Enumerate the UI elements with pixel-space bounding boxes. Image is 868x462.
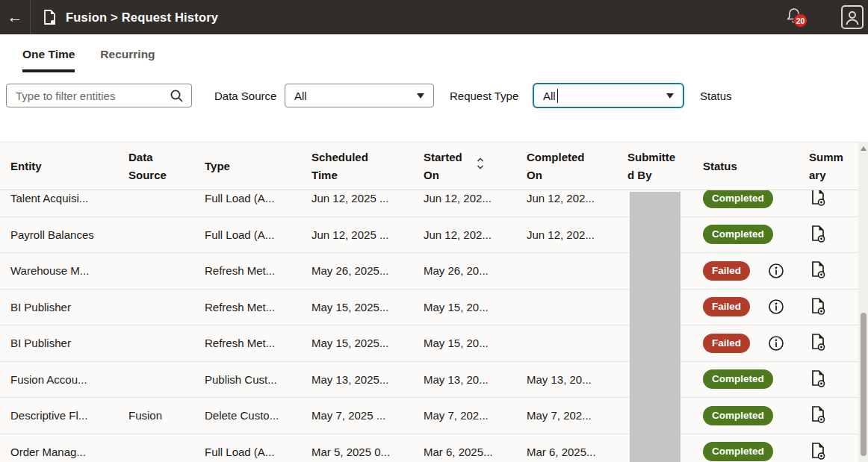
- cell-started-on: May 15, 20...: [424, 337, 527, 349]
- search-icon[interactable]: [170, 89, 184, 103]
- summary-icon[interactable]: [810, 405, 826, 423]
- appbar-divider: [30, 0, 31, 34]
- chevron-down-icon: [666, 93, 674, 99]
- table-row[interactable]: Payroll BalancesFull Load (A...Jun 12, 2…: [0, 217, 868, 254]
- cell-scheduled-time: May 13, 2025...: [311, 373, 424, 386]
- table-row[interactable]: BI PublisherRefresh Met...May 15, 2025..…: [0, 290, 868, 326]
- scrollbar-thumb[interactable]: [861, 313, 867, 456]
- cell-entity: BI Publisher: [10, 301, 128, 313]
- submitted-by-redaction-block: [630, 192, 681, 462]
- cell-type: Delete Custo...: [205, 409, 311, 422]
- cell-scheduled-time: Jun 12, 2025 ...: [311, 228, 424, 241]
- request-type-label: Request Type: [450, 90, 518, 102]
- cell-entity: Order Manag...: [10, 446, 128, 458]
- cell-started-on: Mar 6, 2025...: [424, 446, 527, 458]
- info-icon[interactable]: [768, 263, 784, 279]
- notifications-bell-icon[interactable]: 20: [786, 7, 802, 28]
- status-badge: Completed: [703, 225, 773, 244]
- status-label: Status: [700, 90, 732, 102]
- data-source-value: All: [285, 90, 307, 102]
- cell-status: Completed: [703, 225, 809, 244]
- summary-icon[interactable]: [810, 297, 826, 315]
- cell-type: Refresh Met...: [205, 337, 311, 349]
- cell-type: Full Load (A...: [205, 228, 311, 241]
- summary-icon[interactable]: [810, 333, 826, 351]
- status-badge: Failed: [703, 297, 750, 316]
- data-source-dropdown[interactable]: All: [285, 84, 434, 107]
- table-body-rows: Talent Acquisi...Full Load (A...Jun 12, …: [0, 190, 868, 462]
- status-badge: Completed: [703, 406, 773, 425]
- entity-filter-input[interactable]: [6, 84, 192, 107]
- table-row[interactable]: Talent Acquisi...Full Load (A...Jun 12, …: [0, 190, 868, 217]
- summary-icon[interactable]: [810, 260, 826, 278]
- text-cursor: [557, 89, 559, 103]
- status-badge: Completed: [703, 442, 773, 461]
- column-header-scheduled-time[interactable]: Scheduled Time: [311, 149, 424, 184]
- column-header-completed-on[interactable]: Completed On: [527, 149, 627, 184]
- cell-type: Full Load (A...: [205, 446, 311, 458]
- cell-scheduled-time: May 7, 2025 ...: [311, 409, 424, 422]
- cell-entity: Fusion Accou...: [10, 373, 128, 386]
- table-row[interactable]: Descriptive Fl...FusionDelete Custo...Ma…: [0, 398, 868, 434]
- cell-status: Completed: [703, 406, 809, 425]
- status-badge: Failed: [703, 261, 750, 281]
- cell-scheduled-time: Mar 5, 2025 0...: [311, 446, 424, 458]
- table-row[interactable]: BI PublisherRefresh Met...May 15, 2025..…: [0, 325, 868, 362]
- cell-type: Full Load (A...: [205, 192, 311, 205]
- summary-icon[interactable]: [810, 369, 826, 387]
- table-row[interactable]: Warehouse M...Refresh Met...May 26, 2025…: [0, 253, 868, 290]
- status-badge: Completed: [703, 190, 773, 208]
- cell-completed-on: Jun 12, 202...: [527, 192, 627, 205]
- cell-status: Completed: [703, 442, 809, 461]
- summary-icon[interactable]: [810, 225, 826, 243]
- cell-status: Failed: [703, 261, 809, 281]
- request-history-table: Entity Data Source Type Scheduled Time S…: [0, 142, 868, 462]
- cell-status: Completed: [703, 369, 809, 389]
- table-row[interactable]: Order Manag...Full Load (A...Mar 5, 2025…: [0, 434, 868, 462]
- cell-completed-on: May 13, 20...: [527, 373, 627, 386]
- cell-type: Refresh Met...: [205, 301, 311, 313]
- cell-completed-on: Mar 6, 2025...: [527, 446, 627, 458]
- cell-entity: Talent Acquisi...: [10, 192, 128, 205]
- cell-started-on: May 15, 20...: [424, 301, 527, 313]
- data-source-label: Data Source: [214, 90, 276, 102]
- cell-started-on: May 13, 20...: [424, 373, 527, 386]
- sort-icon[interactable]: [476, 156, 485, 175]
- summary-icon[interactable]: [810, 442, 826, 460]
- column-header-type[interactable]: Type: [205, 157, 311, 175]
- cell-entity: Payroll Balances: [10, 228, 128, 241]
- column-header-entity[interactable]: Entity: [10, 157, 128, 175]
- table-row[interactable]: Fusion Accou...Publish Cust...May 13, 20…: [0, 362, 868, 399]
- cell-scheduled-time: May 15, 2025...: [311, 337, 424, 349]
- avatar[interactable]: [841, 5, 864, 29]
- cell-type: Refresh Met...: [205, 264, 311, 277]
- tab-recurring[interactable]: Recurring: [100, 34, 155, 75]
- cell-data-source: Fusion: [128, 409, 205, 422]
- request-type-dropdown[interactable]: All: [533, 83, 684, 108]
- tab-bar: One Time Recurring: [0, 34, 868, 75]
- cell-completed-on: May 7, 202...: [527, 409, 627, 422]
- info-icon[interactable]: [768, 335, 784, 352]
- cell-entity: Descriptive Fl...: [10, 409, 128, 422]
- table-header-row: Entity Data Source Type Scheduled Time S…: [0, 143, 868, 190]
- scrollbar-up-arrow-icon[interactable]: [861, 146, 867, 151]
- cell-entity: BI Publisher: [10, 337, 128, 349]
- status-badge: Completed: [703, 369, 773, 389]
- column-header-submitted-by[interactable]: Submitted By: [627, 149, 703, 184]
- column-header-status[interactable]: Status: [703, 157, 809, 175]
- column-header-started-on[interactable]: Started On: [424, 149, 527, 184]
- back-button[interactable]: ←: [0, 0, 30, 34]
- filter-toolbar: Data Source All Request Type All Status …: [0, 75, 868, 142]
- request-history-page-icon: [43, 9, 57, 25]
- cell-status: Completed: [703, 190, 809, 208]
- table-scrollbar[interactable]: [858, 143, 868, 462]
- cell-status: Failed: [703, 297, 809, 316]
- entity-filter-field[interactable]: [7, 90, 170, 102]
- tab-one-time[interactable]: One Time: [22, 34, 75, 75]
- cell-type: Publish Cust...: [205, 373, 311, 386]
- app-bar: ← Fusion > Request History 20: [0, 0, 868, 34]
- cell-scheduled-time: May 26, 2025...: [311, 264, 424, 277]
- column-header-data-source[interactable]: Data Source: [128, 149, 205, 184]
- summary-icon[interactable]: [810, 190, 826, 206]
- info-icon[interactable]: [768, 299, 784, 315]
